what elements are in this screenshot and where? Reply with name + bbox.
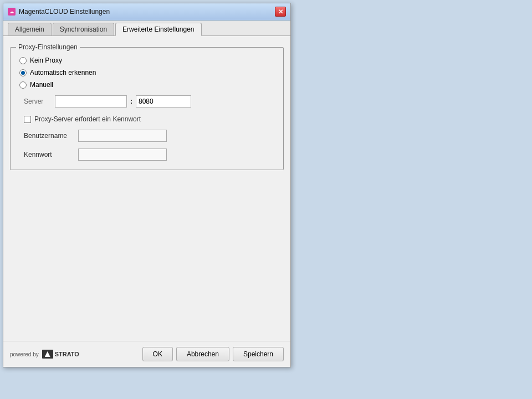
cancel-button[interactable]: Abbrechen xyxy=(176,347,229,361)
strato-icon xyxy=(42,350,53,359)
proxy-radio-group: Kein Proxy Automatisch erkennen Manuell xyxy=(19,57,274,89)
radio-manual-proxy[interactable]: Manuell xyxy=(19,81,274,89)
footer: powered by STRATO OK Abbrechen Speichern xyxy=(3,341,290,367)
radio-no-proxy-label: Kein Proxy xyxy=(30,57,62,64)
tab-bar: Allgemein Synchronisation Erweiterte Ein… xyxy=(3,21,290,36)
password-input[interactable] xyxy=(78,149,167,161)
port-input[interactable] xyxy=(136,95,191,108)
proxy-password-label: Proxy-Server erfordert ein Kennwort xyxy=(34,115,141,123)
strato-name: STRATO xyxy=(55,351,79,357)
proxy-settings-group: Proxy-Einstellungen Kein Proxy Automatis… xyxy=(10,47,284,170)
proxy-group-title: Proxy-Einstellungen xyxy=(16,43,80,51)
strato-icon-shape xyxy=(45,351,50,357)
radio-manual-proxy-label: Manuell xyxy=(30,81,53,89)
close-button[interactable]: ✕ xyxy=(275,7,286,17)
username-label: Benutzername xyxy=(24,132,74,140)
server-input[interactable] xyxy=(55,95,127,108)
colon-separator: : xyxy=(130,98,132,105)
app-icon: ☁ xyxy=(8,8,16,16)
radio-auto-proxy-indicator xyxy=(19,69,27,76)
title-bar-left: ☁ MagentaCLOUD Einstellungen xyxy=(8,8,110,16)
powered-by-text: powered by xyxy=(10,351,39,357)
username-input[interactable] xyxy=(78,130,167,142)
main-window: ☁ MagentaCLOUD Einstellungen ✕ Allgemein… xyxy=(3,3,291,367)
action-buttons: OK Abbrechen Speichern xyxy=(142,347,284,361)
tab-allgemein[interactable]: Allgemein xyxy=(8,23,52,35)
server-row: Server : xyxy=(24,95,274,108)
radio-no-proxy[interactable]: Kein Proxy xyxy=(19,57,274,64)
window-title: MagentaCLOUD Einstellungen xyxy=(19,8,110,16)
username-row: Benutzername xyxy=(24,130,274,142)
password-label: Kennwort xyxy=(24,151,74,158)
tab-synchronisation[interactable]: Synchronisation xyxy=(53,23,114,35)
radio-no-proxy-indicator xyxy=(19,57,27,64)
save-button[interactable]: Speichern xyxy=(233,347,284,361)
radio-auto-proxy-label: Automatisch erkennen xyxy=(30,69,96,76)
content-area: Proxy-Einstellungen Kein Proxy Automatis… xyxy=(3,36,290,341)
powered-by-section: powered by STRATO xyxy=(10,350,79,359)
proxy-password-checkbox-row: Proxy-Server erfordert ein Kennwort xyxy=(24,115,274,123)
server-label: Server xyxy=(24,98,52,105)
password-row: Kennwort xyxy=(24,149,274,161)
tab-erweiterte[interactable]: Erweiterte Einstellungen xyxy=(115,23,201,36)
proxy-password-checkbox[interactable] xyxy=(24,116,31,123)
ok-button[interactable]: OK xyxy=(142,347,173,361)
title-bar: ☁ MagentaCLOUD Einstellungen ✕ xyxy=(3,3,290,21)
strato-logo: STRATO xyxy=(42,350,79,359)
radio-manual-proxy-indicator xyxy=(19,81,27,89)
radio-auto-proxy[interactable]: Automatisch erkennen xyxy=(19,69,274,76)
